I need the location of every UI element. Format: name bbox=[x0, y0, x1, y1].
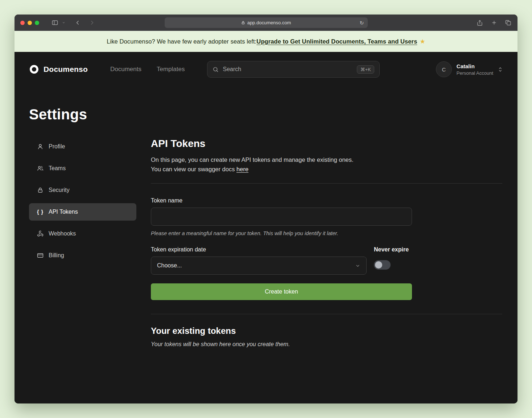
expiration-selected-value: Choose... bbox=[157, 262, 182, 269]
never-expire-label: Never expire bbox=[374, 246, 409, 253]
sidebar-item-security[interactable]: Security bbox=[29, 181, 136, 199]
upgrade-link[interactable]: Upgrade to Get Unlimited Documents, Team… bbox=[256, 38, 417, 45]
app-area: Documenso Documents Templates Search ⌘+K… bbox=[15, 52, 517, 403]
search-placeholder: Search bbox=[223, 66, 241, 73]
avatar: C bbox=[436, 61, 452, 77]
token-name-hint: Please enter a meaningful name for your … bbox=[151, 230, 502, 236]
nav-documents[interactable]: Documents bbox=[110, 66, 141, 73]
section-heading: API Tokens bbox=[151, 138, 502, 149]
traffic-lights bbox=[20, 21, 39, 25]
account-menu[interactable]: C Catalin Personal Account bbox=[436, 61, 503, 77]
divider bbox=[151, 314, 502, 314]
braces-icon: { } bbox=[37, 209, 44, 215]
sidebar-item-api-tokens[interactable]: { } API Tokens bbox=[29, 203, 136, 221]
sidebar-item-label: Webhooks bbox=[49, 230, 76, 237]
user-icon bbox=[37, 143, 44, 150]
description-line1: On this page, you can create new API tok… bbox=[151, 156, 354, 163]
back-icon[interactable] bbox=[75, 20, 81, 26]
sidebar-item-label: Teams bbox=[49, 165, 66, 172]
url-text: app.documenso.com bbox=[247, 20, 291, 25]
brand-logo[interactable]: Documenso bbox=[29, 64, 88, 74]
sidebar-item-teams[interactable]: Teams bbox=[29, 160, 136, 177]
close-window-button[interactable] bbox=[20, 21, 25, 25]
nav-templates[interactable]: Templates bbox=[157, 66, 185, 73]
toggle-knob bbox=[375, 261, 382, 269]
chevron-down-icon[interactable] bbox=[62, 21, 65, 24]
users-icon bbox=[37, 165, 44, 172]
account-type: Personal Account bbox=[457, 70, 493, 76]
promo-banner: Like Documenso? We have few early adopte… bbox=[15, 31, 517, 52]
share-icon[interactable] bbox=[477, 20, 483, 26]
sidebar-item-webhooks[interactable]: Webhooks bbox=[29, 225, 136, 242]
promo-text: Like Documenso? We have few early adopte… bbox=[107, 38, 256, 45]
zoom-window-button[interactable] bbox=[35, 21, 39, 25]
new-tab-icon[interactable] bbox=[491, 20, 497, 26]
search-icon bbox=[213, 66, 219, 73]
sidebar-item-label: API Tokens bbox=[49, 209, 78, 215]
browser-toolbar: app.documenso.com ↻ bbox=[15, 15, 517, 31]
sidebar-item-profile[interactable]: Profile bbox=[29, 138, 136, 155]
search-shortcut: ⌘+K bbox=[357, 65, 374, 74]
webhook-icon bbox=[37, 230, 44, 237]
sidebar-item-label: Profile bbox=[49, 143, 65, 150]
token-name-input[interactable] bbox=[151, 208, 412, 226]
page-title: Settings bbox=[29, 106, 517, 123]
section-description: On this page, you can create new API tok… bbox=[151, 155, 502, 174]
settings-sidebar: Profile Teams Security { } API Token bbox=[29, 138, 136, 264]
swagger-docs-link[interactable]: here bbox=[236, 166, 248, 172]
api-tokens-panel: API Tokens On this page, you can create … bbox=[151, 138, 502, 348]
sidebar-toggle-icon[interactable] bbox=[51, 19, 58, 26]
token-name-label: Token name bbox=[151, 197, 502, 204]
description-line2: You can view our swagger docs bbox=[151, 166, 236, 172]
app-header: Documenso Documents Templates Search ⌘+K… bbox=[15, 52, 517, 87]
expiration-select[interactable]: Choose... bbox=[151, 257, 367, 275]
chevrons-up-down-icon bbox=[498, 67, 503, 72]
expiration-label: Token expiration date bbox=[151, 246, 367, 253]
sidebar-item-label: Security bbox=[49, 187, 70, 193]
brand-name: Documenso bbox=[44, 65, 88, 74]
create-token-button[interactable]: Create token bbox=[151, 283, 412, 300]
browser-window: app.documenso.com ↻ Like Documenso? We h… bbox=[15, 15, 517, 403]
sidebar-item-billing[interactable]: Billing bbox=[29, 247, 136, 264]
address-bar[interactable]: app.documenso.com ↻ bbox=[165, 17, 368, 28]
lock-icon bbox=[241, 21, 245, 25]
divider bbox=[151, 183, 502, 184]
credit-card-icon bbox=[37, 252, 44, 259]
main-nav: Documents Templates bbox=[110, 66, 185, 73]
documenso-logo-icon bbox=[29, 64, 39, 74]
search-input[interactable]: Search ⌘+K bbox=[207, 61, 380, 78]
star-icon: ★ bbox=[420, 38, 425, 45]
sidebar-item-label: Billing bbox=[49, 252, 64, 259]
chevron-down-icon bbox=[355, 263, 360, 269]
existing-tokens-heading: Your existing tokens bbox=[151, 326, 502, 336]
refresh-icon[interactable]: ↻ bbox=[360, 20, 364, 26]
tab-overview-icon[interactable] bbox=[505, 20, 512, 26]
never-expire-toggle[interactable] bbox=[374, 260, 391, 270]
account-name: Catalin bbox=[457, 63, 493, 69]
lock-icon bbox=[37, 187, 44, 193]
existing-tokens-empty-text: Your tokens will be shown here once you … bbox=[151, 341, 502, 348]
minimize-window-button[interactable] bbox=[28, 21, 32, 25]
forward-icon[interactable] bbox=[89, 20, 95, 26]
